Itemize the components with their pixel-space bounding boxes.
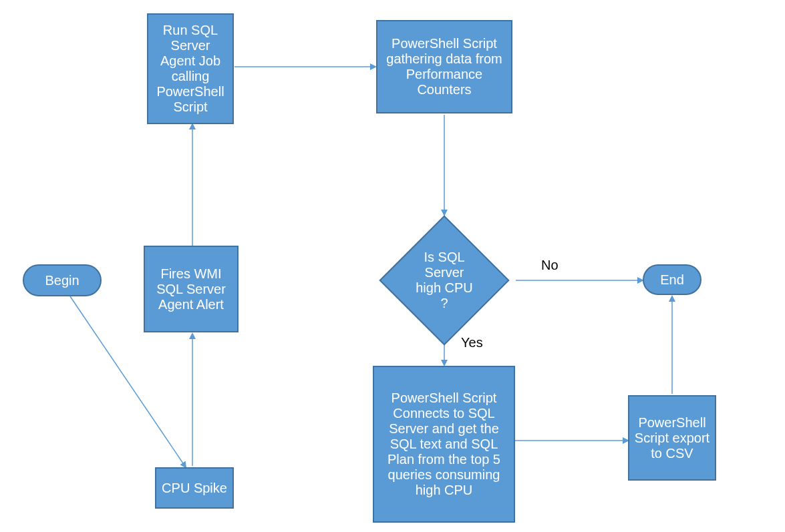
- node-fires-alert-label: Fires WMI SQL Server Agent Alert: [149, 266, 233, 312]
- node-export-csv: PowerShell Script export to CSV: [628, 395, 716, 481]
- node-run-job-label: Run SQL Server Agent Job calling PowerSh…: [152, 23, 228, 115]
- node-decision-label: Is SQL Server high CPU ?: [398, 234, 490, 326]
- edge-label-no: No: [541, 258, 559, 273]
- node-get-top5: PowerShell Script Connects to SQL Server…: [373, 366, 515, 523]
- node-end-label: End: [660, 272, 684, 288]
- node-run-job: Run SQL Server Agent Job calling PowerSh…: [147, 13, 234, 124]
- node-fires-alert: Fires WMI SQL Server Agent Alert: [144, 246, 239, 332]
- node-end: End: [643, 264, 701, 295]
- node-cpu-spike-label: CPU Spike: [162, 481, 227, 496]
- node-gather-perf: PowerShell Script gathering data from Pe…: [376, 20, 512, 113]
- node-decision: Is SQL Server high CPU ?: [398, 234, 490, 326]
- edge-label-yes: Yes: [461, 335, 483, 350]
- node-gather-perf-label: PowerShell Script gathering data from Pe…: [381, 36, 507, 97]
- decision-text: Is SQL Server high CPU ?: [411, 250, 478, 311]
- node-begin: Begin: [23, 264, 102, 296]
- node-cpu-spike: CPU Spike: [155, 467, 234, 509]
- node-export-csv-label: PowerShell Script export to CSV: [633, 415, 711, 461]
- flowchart-canvas: Begin CPU Spike Fires WMI SQL Server Age…: [0, 0, 785, 532]
- node-begin-label: Begin: [45, 273, 79, 288]
- node-get-top5-label: PowerShell Script Connects to SQL Server…: [378, 390, 510, 498]
